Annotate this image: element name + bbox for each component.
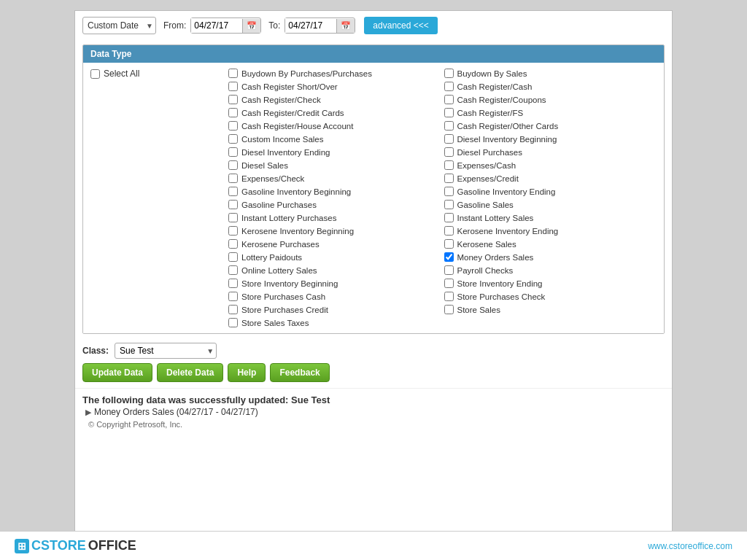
checkbox-item-input[interactable] [444,160,454,170]
update-data-button[interactable]: Update Data [82,363,152,382]
list-item: Store Inventory Beginning [225,277,441,289]
checkbox-item-input[interactable] [444,147,454,157]
checkbox-item-label: Money Orders Sales [457,253,534,262]
checkbox-item-input[interactable] [228,121,238,131]
list-item: Cash Register/Credit Cards [225,106,441,119]
list-item: Store Inventory Ending [441,277,657,289]
checkbox-item-input[interactable] [444,174,454,183]
delete-data-button[interactable]: Delete Data [157,363,223,382]
advanced-button[interactable]: advanced <<< [364,17,437,34]
list-item: Kerosene Inventory Beginning [225,225,441,237]
from-date-wrapper[interactable]: 📅 [190,18,261,34]
checkbox-item-input[interactable] [228,226,238,236]
list-item: Cash Register/Other Cards [441,120,657,132]
list-item: Instant Lottery Sales [441,211,657,224]
checkbox-item-label: Custom Income Sales [241,135,324,144]
list-item: Custom Income Sales [225,133,441,145]
checkbox-item-input[interactable] [228,265,238,275]
list-item: Diesel Inventory Beginning [441,133,657,145]
checkbox-item-label: Gasoline Sales [457,201,514,209]
footer-url: www.cstoreoffice.com [648,541,732,551]
checkbox-item-input[interactable] [228,147,238,157]
checkbox-item-input[interactable] [228,95,238,104]
checkbox-item-input[interactable] [444,265,454,275]
logo-icon: ⊞ [15,539,29,553]
list-item: Lottery Paidouts [225,251,441,263]
checkbox-item-input[interactable] [444,69,454,78]
success-area: The following data was successfully upda… [75,388,672,435]
checkbox-item-input[interactable] [228,318,238,327]
checkbox-item-input[interactable] [228,213,238,222]
checkbox-item-input[interactable] [228,252,238,262]
list-item: Cash Register/Check [225,93,441,106]
checkbox-item-label: Lottery Paidouts [241,253,302,262]
class-select[interactable]: Sue Test [115,343,217,359]
from-date-input[interactable] [191,18,242,33]
checkbox-item-input[interactable] [228,200,238,209]
checkbox-item-input[interactable] [228,134,238,144]
list-item: Store Purchases Cash [225,290,441,303]
checkbox-item-label: Cash Register/Check [241,96,321,104]
checkbox-item-input[interactable] [444,82,454,91]
checkbox-item-label: Cash Register Short/Over [241,82,338,91]
checkbox-item-input[interactable] [228,108,238,117]
checkbox-item-input[interactable] [444,305,454,314]
checkbox-item-label: Diesel Sales [241,161,288,170]
action-buttons: Update Data Delete Data Help Feedback [75,363,672,388]
checkbox-col-1: Buydown By Purchases/PurchasesCash Regis… [225,67,441,329]
checkbox-item-input[interactable] [444,239,454,249]
checkbox-item-input[interactable] [228,174,238,183]
checkbox-item-input[interactable] [444,134,454,144]
checkbox-item-input[interactable] [444,187,454,196]
date-type-wrapper[interactable]: Custom Date ▼ [82,17,156,34]
from-calendar-icon[interactable]: 📅 [242,19,260,33]
list-item: Money Orders Sales [441,251,657,263]
list-item: Cash Register/FS [441,106,657,119]
checkbox-item-input[interactable] [444,279,454,288]
checkbox-item-input[interactable] [228,160,238,170]
checkbox-item-input[interactable] [228,239,238,249]
checkbox-item-input[interactable] [228,187,238,196]
select-all-col: Select All [90,67,225,329]
checkbox-col-2: Buydown By SalesCash Register/CashCash R… [441,67,657,329]
feedback-button[interactable]: Feedback [270,363,329,382]
date-type-select[interactable]: Custom Date [82,17,156,34]
to-date-wrapper[interactable]: 📅 [285,18,355,34]
class-select-wrapper[interactable]: Sue Test ▼ [115,343,217,359]
checkbox-item-label: Store Purchases Cash [241,292,325,301]
list-item: Store Sales Taxes [225,316,441,329]
checkbox-item-input[interactable] [228,69,238,78]
select-all-checkbox[interactable] [90,69,100,79]
checkbox-item-label: Expenses/Credit [457,174,519,183]
checkbox-item-input[interactable] [444,252,454,262]
panel-header: Data Type [83,45,664,63]
select-all-label[interactable]: Select All [90,69,225,79]
checkbox-item-label: Diesel Inventory Beginning [457,135,557,144]
list-item: Payroll Checks [441,264,657,276]
checkbox-item-label: Payroll Checks [457,266,514,275]
to-calendar-icon[interactable]: 📅 [336,19,355,33]
checkbox-item-input[interactable] [444,108,454,117]
checkbox-item-label: Gasoline Inventory Beginning [241,187,351,196]
checkbox-item-input[interactable] [444,213,454,222]
checkbox-item-input[interactable] [228,292,238,301]
checkbox-item-input[interactable] [444,292,454,301]
checkbox-item-label: Buydown By Sales [457,69,527,78]
checkbox-item-label: Instant Lottery Sales [457,214,534,222]
checkbox-item-label: Store Sales Taxes [241,319,309,327]
checkbox-item-input[interactable] [444,95,454,104]
checkbox-item-label: Online Lottery Sales [241,266,317,275]
checkbox-item-input[interactable] [228,305,238,314]
help-button[interactable]: Help [228,363,266,382]
checkbox-item-label: Kerosene Sales [457,240,516,249]
checkbox-item-input[interactable] [444,121,454,131]
list-item: Kerosene Inventory Ending [441,225,657,237]
to-date-input[interactable] [285,18,336,33]
checkbox-item-input[interactable] [228,279,238,288]
list-item: Gasoline Inventory Beginning [225,185,441,198]
checkbox-item-input[interactable] [444,200,454,209]
checkbox-item-input[interactable] [444,226,454,236]
checkbox-item-label: Cash Register/FS [457,109,524,117]
checkbox-item-input[interactable] [228,82,238,91]
logo-office: OFFICE [88,538,136,553]
